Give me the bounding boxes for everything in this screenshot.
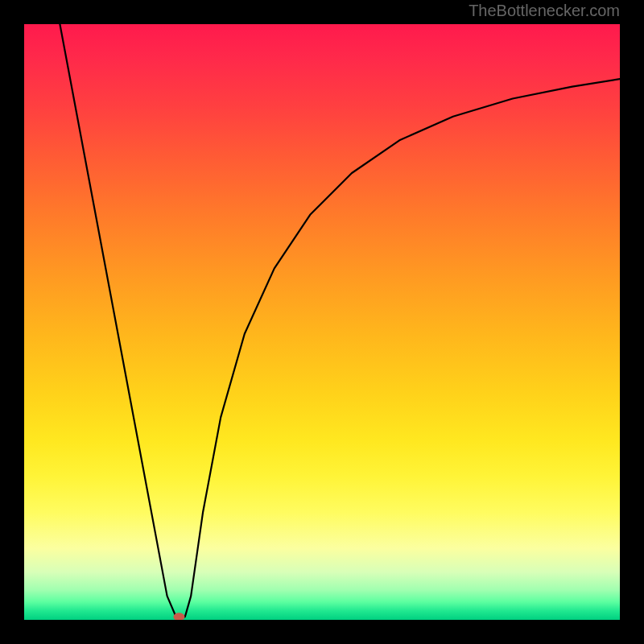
plot-area bbox=[24, 24, 620, 620]
watermark-text: TheBottlenecker.com bbox=[469, 2, 620, 20]
curve-path bbox=[60, 24, 620, 617]
chart-svg bbox=[24, 24, 620, 620]
